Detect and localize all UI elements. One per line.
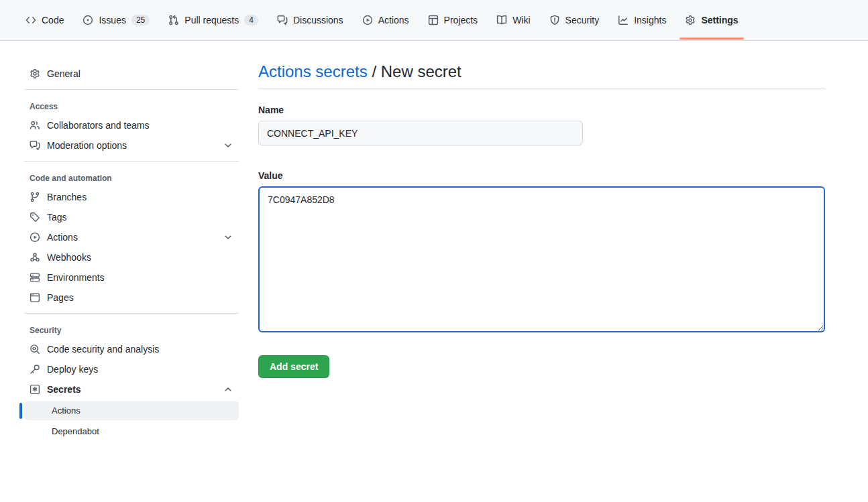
tab-security-label: Security [565,15,600,25]
settings-sidebar: General Access Collaborators and teams M… [24,64,239,441]
sidebar-subitem-actions-secrets[interactable]: Actions [24,401,239,420]
sidebar-item-label: Tags [47,212,67,223]
sidebar-item-label: Dependabot [52,426,99,436]
sidebar-divider [24,89,239,90]
comment-discussion-icon [30,140,40,151]
sidebar-item-actions[interactable]: Actions [24,227,239,247]
tab-actions-label: Actions [378,15,409,25]
book-icon [496,15,507,25]
sidebar-item-moderation-options[interactable]: Moderation options [24,135,239,155]
repo-nav: Code Issues 25 Pull requests 4 Discussio… [0,0,868,41]
sidebar-item-label: Pages [47,292,74,303]
sidebar-item-label: Code security and analysis [47,344,159,355]
tab-projects-label: Projects [444,15,478,25]
tab-issues-label: Issues [99,15,125,25]
sidebar-item-branches[interactable]: Branches [24,187,239,207]
sidebar-item-label: Collaborators and teams [47,120,150,131]
people-icon [30,120,40,131]
code-icon [25,15,36,25]
tab-actions[interactable]: Actions [357,9,415,31]
page-title: New secret [381,62,462,80]
tab-discussions[interactable]: Discussions [272,9,349,31]
sidebar-item-label: Branches [47,192,87,202]
sidebar-item-label: Moderation options [47,140,216,151]
sidebar-item-environments[interactable]: Environments [24,267,239,288]
comment-discussion-icon [277,15,288,25]
sidebar-item-label: Actions [47,232,216,243]
sidebar-item-label: General [47,68,80,79]
secret-value-textarea[interactable]: 7C0947A852D8 [258,186,825,332]
new-secret-panel: Actions secrets / New secret Name Value … [239,41,868,441]
tab-pull-requests-label: Pull requests [184,15,239,25]
tab-settings[interactable]: Settings [680,9,743,31]
tab-settings-label: Settings [701,15,738,25]
sidebar-item-tags[interactable]: Tags [24,207,239,227]
tab-code-label: Code [42,15,64,25]
tab-discussions-label: Discussions [293,15,343,25]
tab-security[interactable]: Security [544,9,605,31]
sidebar-item-label: Secrets [47,384,216,395]
shield-icon [549,15,560,25]
value-label: Value [258,170,825,181]
sidebar-item-deploy-keys[interactable]: Deploy keys [24,359,239,379]
play-icon [30,232,40,243]
sidebar-section-code-automation: Code and automation [24,167,239,187]
pull-requests-count-badge: 4 [244,15,258,25]
gear-icon [30,68,40,79]
sidebar-divider [24,161,239,162]
webhook-icon [30,252,40,263]
sidebar-divider [24,313,239,314]
sidebar-item-webhooks[interactable]: Webhooks [24,247,239,267]
name-label: Name [258,105,825,115]
sidebar-item-general[interactable]: General [24,64,239,84]
secret-name-input[interactable] [258,121,583,145]
tab-wiki[interactable]: Wiki [491,9,535,31]
sidebar-item-code-security[interactable]: Code security and analysis [24,339,239,359]
sidebar-item-pages[interactable]: Pages [24,288,239,308]
tab-issues[interactable]: Issues 25 [77,9,155,31]
tab-pull-requests[interactable]: Pull requests 4 [163,9,264,31]
graph-icon [618,15,629,25]
breadcrumb: Actions secrets / New secret [258,62,825,88]
codescan-icon [30,344,40,355]
tag-icon [30,212,40,223]
tab-insights-label: Insights [634,15,666,25]
chevron-down-icon [223,232,233,243]
sidebar-item-label: Environments [47,272,105,283]
gear-icon [685,15,696,25]
actions-secrets-link[interactable]: Actions secrets [258,62,368,80]
issue-opened-icon [83,15,93,25]
key-icon [30,364,40,375]
server-icon [30,272,40,283]
git-pull-request-icon [168,15,179,25]
chevron-down-icon [223,140,233,151]
sidebar-subitem-dependabot-secrets[interactable]: Dependabot [24,422,239,441]
tab-projects[interactable]: Projects [423,9,484,31]
browser-icon [30,292,40,303]
sidebar-item-label: Webhooks [47,252,91,263]
git-branch-icon [30,192,40,202]
asterisk-box-icon [30,384,40,395]
sidebar-item-secrets[interactable]: Secrets [24,379,239,399]
tab-code[interactable]: Code [20,9,69,31]
table-icon [428,15,439,25]
tab-wiki-label: Wiki [512,15,530,25]
chevron-up-icon [223,384,233,395]
sidebar-item-label: Deploy keys [47,364,98,375]
sidebar-section-security: Security [24,319,239,339]
sidebar-item-label: Actions [52,405,80,416]
play-icon [362,15,373,25]
add-secret-button[interactable]: Add secret [258,355,329,378]
breadcrumb-separator: / [372,62,376,80]
tab-insights[interactable]: Insights [612,9,671,31]
sidebar-item-collaborators[interactable]: Collaborators and teams [24,115,239,135]
issues-count-badge: 25 [131,15,150,25]
sidebar-section-access: Access [24,95,239,115]
